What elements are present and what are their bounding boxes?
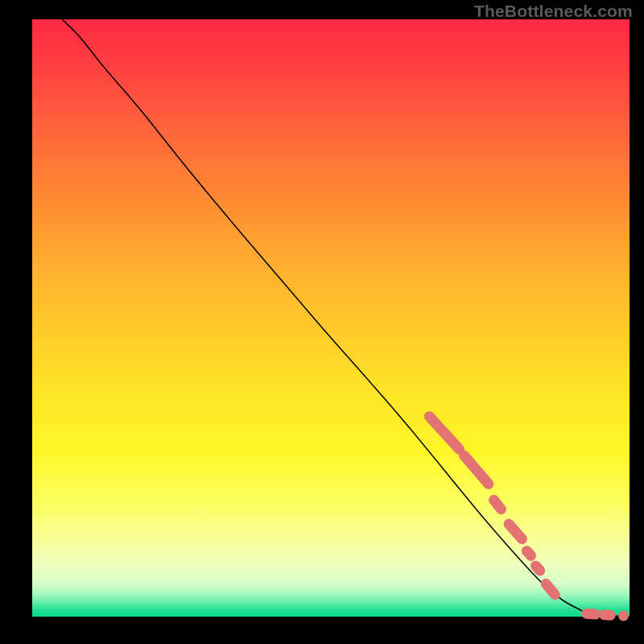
highlight-segment	[546, 584, 555, 594]
chart-frame: TheBottleneck.com	[0, 0, 644, 644]
highlight-segment	[536, 566, 540, 571]
highlight-segment	[587, 613, 596, 614]
highlight-segment	[494, 500, 502, 509]
curve-line	[62, 19, 630, 617]
highlight-segment	[509, 524, 522, 539]
highlight-group	[429, 416, 629, 621]
highlight-segment	[526, 551, 530, 555]
chart-overlay	[32, 19, 630, 617]
credit-text: TheBottleneck.com	[474, 2, 633, 21]
highlight-dot	[618, 610, 629, 621]
plot-area	[32, 19, 630, 617]
highlight-segment	[464, 456, 488, 485]
highlight-segment	[429, 416, 459, 449]
